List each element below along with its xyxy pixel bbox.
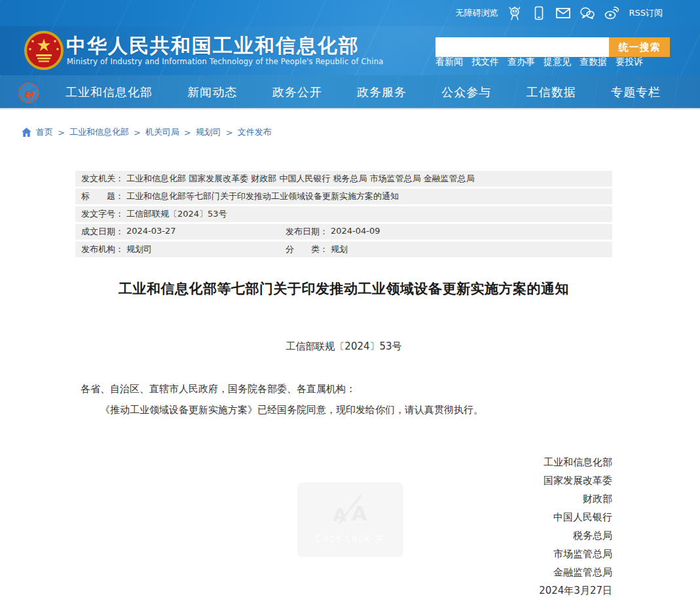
meta-label: 标 题： <box>81 191 124 202</box>
mail-icon[interactable] <box>556 6 570 20</box>
signature-line: 金融监管总局 <box>285 563 612 581</box>
nav-item-gov-open[interactable]: 政务公开 <box>272 84 322 100</box>
accessibility-link[interactable]: 无障碍浏览 <box>455 7 498 19</box>
mascot-icon[interactable] <box>507 6 522 20</box>
quick-links: 看新闻 找文件 查办事 提意见 查数据 要投诉 <box>435 56 643 68</box>
signature-line: 中国人民银行 <box>285 508 612 526</box>
meta-value: 规划 <box>331 244 348 255</box>
meta-value: 工信部联规〔2024〕53号 <box>126 208 227 220</box>
breadcrumb-separator: > <box>58 128 65 137</box>
meta-value: 规划司 <box>126 244 152 255</box>
weibo-icon[interactable] <box>604 6 619 20</box>
quick-link-services[interactable]: 查办事 <box>507 56 535 68</box>
meta-label: 发文机关： <box>81 173 124 185</box>
main-nav: e 工业和信息化部 新闻动态 政务公开 政务服务 公众参与 工信数据 专题专栏 <box>0 75 700 109</box>
document-body: 各省、自治区、直辖市人民政府，国务院各部委、各直属机构： 《推动工业领域设备更新… <box>81 378 604 420</box>
meta-label: 发文字号： <box>81 208 124 220</box>
miit-e-logo[interactable]: e <box>18 82 39 103</box>
site-subtitle-en: Ministry of Industry and Information Tec… <box>67 57 383 66</box>
home-icon[interactable] <box>22 128 31 137</box>
document-title: 工业和信息化部等七部门关于印发推动工业领域设备更新实施方案的通知 <box>75 280 612 298</box>
national-emblem-logo[interactable] <box>23 29 65 71</box>
body-paragraph: 《推动工业领域设备更新实施方案》已经国务院同意，现印发给你们，请认真贯彻执行。 <box>81 399 604 420</box>
signature-line: 财政部 <box>285 490 612 508</box>
meta-row-publisher: 发布机构： 规划司 分 类： 规划 <box>75 242 612 257</box>
breadcrumb-home[interactable]: 首页 <box>36 126 53 138</box>
signature-line: 工业和信息化部 <box>285 453 612 471</box>
meta-label: 分 类： <box>286 244 328 255</box>
meta-value: 2024-04-09 <box>331 226 380 238</box>
mobile-icon[interactable] <box>532 6 546 20</box>
signature-line: 税务总局 <box>285 526 612 545</box>
breadcrumb-departments[interactable]: 机关司局 <box>145 126 179 138</box>
nav-item-data[interactable]: 工信数据 <box>526 84 576 100</box>
meta-row-dates: 成文日期： 2024-03-27 发布日期： 2024-04-09 <box>75 224 612 240</box>
nav-item-topics[interactable]: 专题专栏 <box>611 84 661 100</box>
document-meta-table: 发文机关： 工业和信息化部 国家发展改革委 财政部 中国人民银行 税务总局 市场… <box>75 171 612 259</box>
salutation-line: 各省、自治区、直辖市人民政府，国务院各部委、各直属机构： <box>81 378 604 399</box>
site-header: 无障碍浏览 RSS订阅 中华人民共和国 <box>0 0 700 109</box>
breadcrumb: 首页 > 工业和信息化部 > 机关司局 > 规划司 > 文件发布 <box>22 126 272 138</box>
signature-block: 工业和信息化部 国家发展改革委 财政部 中国人民银行 税务总局 市场监管总局 金… <box>285 453 612 600</box>
nav-item-news[interactable]: 新闻动态 <box>187 84 237 100</box>
signature-line: 国家发展改革委 <box>285 471 612 490</box>
breadcrumb-file-release[interactable]: 文件发布 <box>238 126 272 138</box>
search-input[interactable] <box>435 37 609 57</box>
meta-row-title: 标 题： 工业和信息化部等七部门关于印发推动工业领域设备更新实施方案的通知 <box>75 189 612 204</box>
meta-value: 工业和信息化部 国家发展改革委 财政部 中国人民银行 税务总局 市场监管总局 金… <box>126 173 475 185</box>
breadcrumb-separator: > <box>226 128 233 137</box>
breadcrumb-miit[interactable]: 工业和信息化部 <box>69 126 129 138</box>
signature-line: 市场监管总局 <box>285 545 612 563</box>
meta-row-issuing-agency: 发文机关： 工业和信息化部 国家发展改革委 财政部 中国人民银行 税务总局 市场… <box>75 171 612 187</box>
quick-link-suggest[interactable]: 提意见 <box>543 56 571 68</box>
meta-label: 发布日期： <box>286 226 328 238</box>
breadcrumb-separator: > <box>134 128 141 137</box>
meta-label: 发布机构： <box>81 244 124 255</box>
meta-row-doc-number: 发文字号： 工信部联规〔2024〕53号 <box>75 206 612 222</box>
unified-search: 统一搜索 <box>435 37 670 57</box>
quick-link-files[interactable]: 找文件 <box>471 56 499 68</box>
meta-value: 工业和信息化部等七部门关于印发推动工业领域设备更新实施方案的通知 <box>126 191 399 202</box>
meta-label: 成文日期： <box>81 226 124 238</box>
quick-link-news[interactable]: 看新闻 <box>435 56 463 68</box>
document-number: 工信部联规〔2024〕53号 <box>75 340 612 353</box>
meta-value: 2024-03-27 <box>126 226 176 238</box>
search-button[interactable]: 统一搜索 <box>609 37 670 57</box>
nav-item-gov-service[interactable]: 政务服务 <box>357 84 407 100</box>
signature-date: 2024年3月27日 <box>285 581 612 600</box>
site-title[interactable]: 中华人民共和国工业和信息化部 <box>66 33 359 60</box>
rss-link[interactable]: RSS订阅 <box>629 7 663 19</box>
breadcrumb-separator: > <box>184 128 191 137</box>
nav-item-participation[interactable]: 公众参与 <box>441 84 491 100</box>
wechat-icon[interactable] <box>580 6 595 20</box>
quick-link-data[interactable]: 查数据 <box>580 56 607 68</box>
quick-link-complaint[interactable]: 要投诉 <box>616 56 643 68</box>
nav-item-miit[interactable]: 工业和信息化部 <box>65 84 153 100</box>
utility-topbar: 无障碍浏览 RSS订阅 <box>0 0 700 26</box>
breadcrumb-planning-dept[interactable]: 规划司 <box>196 126 221 138</box>
